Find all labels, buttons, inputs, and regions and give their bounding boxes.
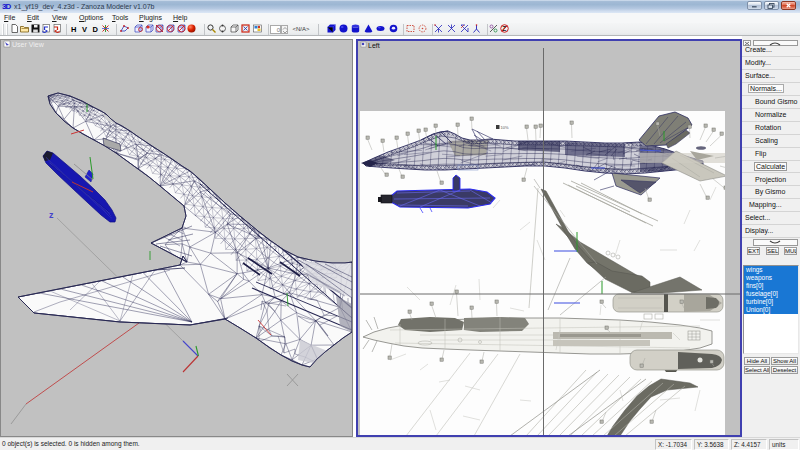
svg-text:Left: Left xyxy=(368,42,380,49)
svg-text:10%: 10% xyxy=(501,125,509,130)
svg-text:z: z xyxy=(49,210,54,220)
svg-text:User View: User View xyxy=(12,41,45,48)
